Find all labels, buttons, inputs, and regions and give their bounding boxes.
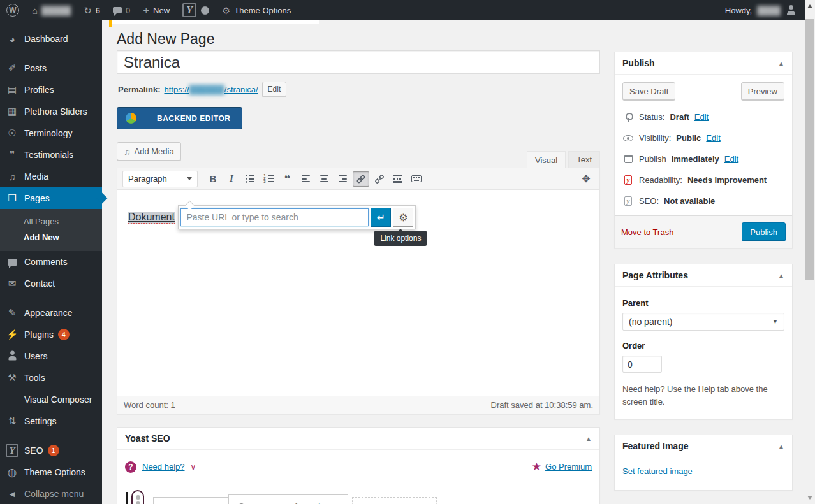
sidebar-item-settings[interactable]: ⇅ Settings <box>0 410 102 432</box>
inline-link-dialog: ↵ ⚙ <box>178 205 416 229</box>
post-title-input[interactable] <box>117 50 600 74</box>
collapse-toggle-icon[interactable]: ▲ <box>778 443 784 450</box>
tab-text[interactable]: Text <box>568 151 600 168</box>
add-keyword-button[interactable]: + Add keyword <box>352 497 437 504</box>
sidebar-item-terminology[interactable]: ☉ Terminology <box>0 122 102 144</box>
paragraph-format-label: Paragraph <box>128 174 167 184</box>
publish-button[interactable]: Publish <box>742 222 786 241</box>
submenu-all-pages[interactable]: All Pages <box>0 213 102 229</box>
collapse-menu-button[interactable]: ◀ Collapse menu <box>0 483 102 504</box>
link-options-button[interactable]: ⚙ <box>393 208 413 227</box>
align-right-button[interactable] <box>334 171 351 187</box>
wordpress-logo-icon: W <box>6 4 19 17</box>
scroll-down-arrow[interactable] <box>805 493 815 503</box>
new-menu[interactable]: + New <box>136 0 176 20</box>
align-center-button[interactable] <box>316 171 332 187</box>
backend-editor-label: BACKEND EDITOR <box>145 114 242 123</box>
italic-button[interactable]: I <box>223 171 240 187</box>
remove-link-button[interactable] <box>371 171 388 187</box>
sidebar-item-pages[interactable]: ❐ Pages <box>0 187 102 209</box>
submenu-add-new[interactable]: Add New <box>0 229 102 245</box>
fullscreen-button[interactable]: ✥ <box>578 171 594 187</box>
readability-row: y Readability: Needs improvement <box>622 169 784 191</box>
featured-image-metabox: Featured Image ▲ Set featured image <box>614 435 793 491</box>
page-title: Add New Page <box>117 20 805 50</box>
collapse-toggle-icon[interactable]: ▲ <box>778 60 784 67</box>
sidebar-item-plethora-sliders[interactable]: ▦ Plethora Sliders <box>0 101 102 122</box>
align-left-button[interactable] <box>297 171 314 187</box>
scrollbar-thumb[interactable] <box>805 19 814 280</box>
sidebar-item-contact[interactable]: ✉ Contact <box>0 273 102 294</box>
updates-menu[interactable]: ↻ 6 <box>77 0 106 20</box>
account-menu[interactable]: Howdy, ████ <box>725 0 805 20</box>
numbered-list-icon: 123 <box>263 174 273 183</box>
sidebar-item-tools[interactable]: ⚒ Tools <box>0 367 102 389</box>
eye-icon <box>623 135 633 141</box>
seo-value: Not available <box>664 196 715 206</box>
edit-visibility-link[interactable]: Edit <box>706 133 720 143</box>
bullet-list-button[interactable] <box>242 171 258 187</box>
sidebar-label: Plugins <box>24 329 54 340</box>
tab-visual[interactable]: Visual <box>527 151 566 168</box>
sidebar-item-posts[interactable]: ✐ Posts <box>0 57 102 79</box>
envelope-icon: ✉ <box>6 278 18 289</box>
numbered-list-button[interactable]: 123 <box>260 171 277 187</box>
theme-options-menu[interactable]: ⚙ Theme Options <box>216 0 297 20</box>
paragraph-format-dropdown[interactable]: Paragraph <box>122 171 198 187</box>
parent-select[interactable]: (no parent) ▼ <box>622 313 784 331</box>
save-draft-button[interactable]: Save Draft <box>622 82 675 100</box>
collapse-toggle-icon[interactable]: ▲ <box>585 435 592 442</box>
tab-focus-keyword[interactable]: Enter your focus key... <box>228 494 348 504</box>
fullscreen-icon: ✥ <box>582 173 590 185</box>
sidebar-label: Contact <box>24 278 55 289</box>
add-media-button[interactable]: ♫ Add Media <box>117 142 181 161</box>
move-to-trash-link[interactable]: Move to Trash <box>621 227 673 237</box>
read-more-button[interactable] <box>390 171 406 187</box>
edit-status-link[interactable]: Edit <box>694 112 709 122</box>
backend-editor-button[interactable]: BACKEND EDITOR <box>117 107 242 129</box>
bold-button[interactable]: B <box>205 171 221 187</box>
status-row: Status: Draft Edit <box>622 106 784 127</box>
sidebar-item-visual-composer[interactable]: Visual Composer <box>0 389 102 410</box>
need-help-link[interactable]: Need help? <box>142 462 185 472</box>
featured-image-header[interactable]: Featured Image ▲ <box>615 435 792 457</box>
publish-header[interactable]: Publish ▲ <box>615 52 792 75</box>
edit-schedule-link[interactable]: Edit <box>724 154 738 164</box>
link-url-input[interactable] <box>180 208 369 226</box>
site-menu[interactable]: ⌂ █████ <box>26 0 77 20</box>
permalink-edit-button[interactable]: Edit <box>262 82 287 97</box>
permalink-link[interactable]: https://██████/stranica/ <box>164 85 258 94</box>
selected-link-text[interactable]: Dokument <box>128 212 175 224</box>
vertical-scrollbar[interactable] <box>805 0 815 504</box>
comments-menu[interactable]: 0 <box>106 0 136 20</box>
sidebar-label: Visual Composer <box>24 394 92 405</box>
yoast-admin-menu[interactable]: Y <box>176 0 216 20</box>
sidebar-item-users[interactable]: Users <box>0 345 102 367</box>
set-featured-image-link[interactable]: Set featured image <box>622 466 693 476</box>
seo-row: y SEO: Not available <box>622 191 784 212</box>
order-input[interactable] <box>622 356 662 373</box>
sidebar-item-testimonials[interactable]: ❞ Testimonials <box>0 144 102 166</box>
sidebar-item-media[interactable]: ♫ Media <box>0 166 102 187</box>
chevron-down-icon[interactable]: ∨ <box>191 463 196 472</box>
go-premium-link[interactable]: Go Premium <box>545 462 592 472</box>
blockquote-button[interactable]: ❝ <box>279 171 295 187</box>
scroll-up-arrow[interactable] <box>805 1 815 11</box>
wp-logo-menu[interactable]: W <box>0 0 26 20</box>
page-attributes-header[interactable]: Page Attributes ▲ <box>615 264 792 287</box>
tab-readability[interactable]: Readability <box>153 497 228 504</box>
insert-link-button[interactable] <box>353 171 369 187</box>
editor-content-area[interactable]: Dokument ↵ ⚙ Link options <box>117 190 599 396</box>
collapse-toggle-icon[interactable]: ▲ <box>778 272 784 279</box>
sidebar-item-appearance[interactable]: ✎ Appearance <box>0 302 102 324</box>
sidebar-item-theme-options[interactable]: ◍ Theme Options <box>0 461 102 483</box>
sidebar-item-plugins[interactable]: ⚡ Plugins 4 <box>0 324 102 345</box>
sidebar-item-profiles[interactable]: ▤ Profiles <box>0 79 102 101</box>
sidebar-item-comments[interactable]: Comments <box>0 251 102 273</box>
preview-button[interactable]: Preview <box>741 82 784 100</box>
yoast-seo-header[interactable]: Yoast SEO ▲ <box>117 428 599 450</box>
sidebar-item-dashboard[interactable]: ◕ Dashboard <box>0 28 102 50</box>
apply-link-button[interactable]: ↵ <box>371 208 391 227</box>
sidebar-item-seo[interactable]: Y SEO 1 <box>0 440 102 461</box>
toolbar-toggle-button[interactable] <box>408 171 425 187</box>
